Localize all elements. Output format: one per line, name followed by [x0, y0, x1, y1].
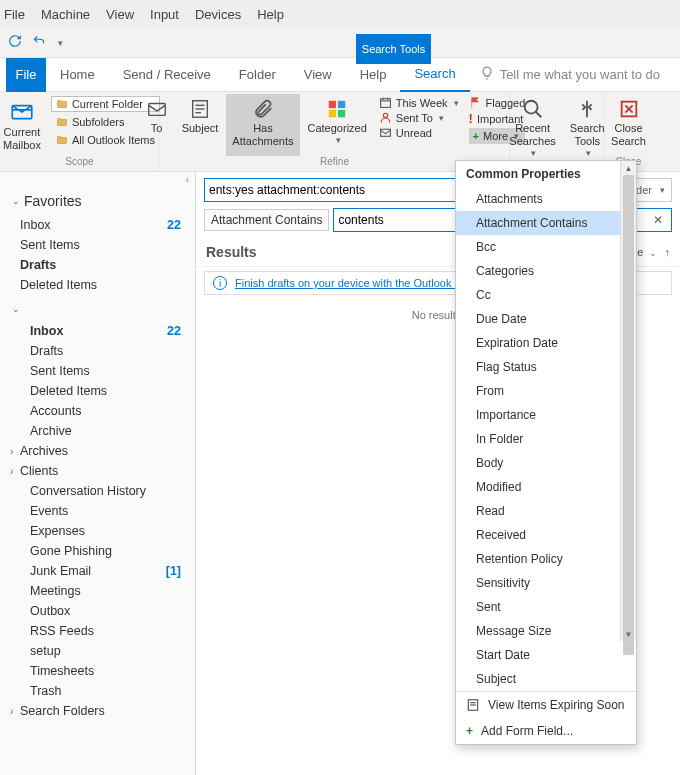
folder-timesheets[interactable]: Timesheets — [0, 661, 195, 681]
common-properties-header: Common Properties — [456, 161, 636, 187]
folder-clients[interactable]: ›Clients — [0, 461, 195, 481]
tell-me-input[interactable]: Tell me what you want to do — [500, 67, 660, 82]
more-item-importance[interactable]: Importance — [456, 403, 636, 427]
finish-drafts-link[interactable]: Finish drafts on your device with the Ou… — [235, 277, 473, 289]
folder-drafts[interactable]: Drafts — [0, 341, 195, 361]
qat-customize-icon[interactable]: ▾ — [58, 38, 63, 48]
tab-home[interactable]: Home — [46, 58, 109, 92]
scroll-thumb[interactable] — [623, 175, 634, 655]
more-item-in-folder[interactable]: In Folder — [456, 427, 636, 451]
more-item-message-size[interactable]: Message Size — [456, 619, 636, 643]
svg-rect-15 — [380, 129, 390, 136]
folder-deleted-items[interactable]: Deleted Items — [0, 381, 195, 401]
svg-rect-8 — [329, 110, 336, 117]
favorite-deleted-items[interactable]: Deleted Items — [0, 275, 195, 295]
unread-button[interactable]: Unread — [379, 126, 459, 139]
clear-filter-icon[interactable]: ✕ — [649, 213, 667, 227]
more-item-received[interactable]: Received — [456, 523, 636, 547]
collapse-nav-icon[interactable]: ‹ — [0, 172, 195, 187]
close-search-button[interactable]: Close Search — [605, 94, 652, 156]
sync-icon[interactable] — [8, 34, 22, 51]
favorite-drafts[interactable]: Drafts — [0, 255, 195, 275]
folder-gone-phishing[interactable]: Gone Phishing — [0, 541, 195, 561]
more-item-due-date[interactable]: Due Date — [456, 307, 636, 331]
scope-group-label: Scope — [65, 156, 93, 167]
more-item-categories[interactable]: Categories — [456, 259, 636, 283]
categorized-button[interactable]: Categorized▾ — [302, 94, 373, 156]
info-icon: i — [213, 276, 227, 290]
folder-junk-email[interactable]: Junk Email[1] — [0, 561, 195, 581]
sysmenu-help[interactable]: Help — [257, 7, 284, 22]
more-item-expiration-date[interactable]: Expiration Date — [456, 331, 636, 355]
favorite-sent-items[interactable]: Sent Items — [0, 235, 195, 255]
more-item-flag-status[interactable]: Flag Status — [456, 355, 636, 379]
refine-group-label: Refine — [320, 156, 349, 167]
sysmenu-devices[interactable]: Devices — [195, 7, 241, 22]
sysmenu-machine[interactable]: Machine — [41, 7, 90, 22]
more-item-sent[interactable]: Sent — [456, 595, 636, 619]
folder-events[interactable]: Events — [0, 501, 195, 521]
sysmenu-input[interactable]: Input — [150, 7, 179, 22]
svg-rect-10 — [380, 99, 390, 108]
folder-inbox[interactable]: Inbox22 — [0, 321, 195, 341]
more-item-attachment-contains[interactable]: Attachment Contains — [456, 211, 636, 235]
subject-button[interactable]: Subject — [176, 94, 225, 156]
folder-archives[interactable]: ›Archives — [0, 441, 195, 461]
more-item-cc[interactable]: Cc — [456, 283, 636, 307]
sort-direction-icon[interactable]: ↑ — [665, 246, 671, 258]
folder-expenses[interactable]: Expenses — [0, 521, 195, 541]
svg-rect-1 — [148, 104, 165, 116]
sysmenu-file[interactable]: File — [4, 7, 25, 22]
tab-view[interactable]: View — [290, 58, 346, 92]
search-tools-contextual-tab: Search Tools — [356, 34, 431, 64]
ribbon-tabs: File Home Send / Receive Folder View Hel… — [0, 58, 680, 92]
folder-archive[interactable]: Archive — [0, 421, 195, 441]
folder-meetings[interactable]: Meetings — [0, 581, 195, 601]
scroll-up-icon[interactable]: ▲ — [621, 161, 636, 175]
has-attachments-button[interactable]: Has Attachments — [226, 94, 299, 156]
folder-rss-feeds[interactable]: RSS Feeds — [0, 621, 195, 641]
more-item-start-date[interactable]: Start Date — [456, 643, 636, 667]
folder-sent-items[interactable]: Sent Items — [0, 361, 195, 381]
sent-to-button[interactable]: Sent To▾ — [379, 111, 459, 124]
favorites-header[interactable]: ⌄Favorites — [0, 187, 195, 215]
quick-access-toolbar: ▾ — [0, 28, 680, 58]
more-item-subject[interactable]: Subject — [456, 667, 636, 691]
lightbulb-icon — [480, 66, 494, 83]
dropdown-scrollbar[interactable]: ▲ ▼ — [620, 161, 636, 641]
to-button[interactable]: To — [140, 94, 174, 156]
more-item-sensitivity[interactable]: Sensitivity — [456, 571, 636, 595]
favorite-inbox[interactable]: Inbox22 — [0, 215, 195, 235]
account-header[interactable]: ⌄ — [0, 295, 195, 321]
folder-conversation-history[interactable]: Conversation History — [0, 481, 195, 501]
folder-search-folders[interactable]: ›Search Folders — [0, 701, 195, 721]
more-dropdown-panel: Common Properties AttachmentsAttachment … — [455, 160, 637, 745]
more-item-bcc[interactable]: Bcc — [456, 235, 636, 259]
tab-file[interactable]: File — [6, 58, 46, 92]
more-item-modified[interactable]: Modified — [456, 475, 636, 499]
folder-setup[interactable]: setup — [0, 641, 195, 661]
more-item-retention-policy[interactable]: Retention Policy — [456, 547, 636, 571]
svg-point-16 — [524, 101, 537, 114]
folder-accounts[interactable]: Accounts — [0, 401, 195, 421]
more-item-from[interactable]: From — [456, 379, 636, 403]
undo-icon[interactable] — [32, 34, 46, 51]
sysmenu-view[interactable]: View — [106, 7, 134, 22]
more-item-body[interactable]: Body — [456, 451, 636, 475]
current-mailbox-button[interactable]: Current Mailbox — [0, 94, 47, 156]
more-item-attachments[interactable]: Attachments — [456, 187, 636, 211]
results-title: Results — [206, 244, 257, 260]
add-form-field[interactable]: + Add Form Field... — [456, 718, 636, 744]
more-item-read[interactable]: Read — [456, 499, 636, 523]
svg-rect-7 — [338, 101, 345, 108]
recent-searches-button[interactable]: Recent Searches▾ — [503, 94, 561, 169]
this-week-button[interactable]: This Week▾ — [379, 96, 459, 109]
scroll-down-icon[interactable]: ▼ — [621, 627, 636, 641]
svg-rect-6 — [329, 101, 336, 108]
tab-send-receive[interactable]: Send / Receive — [109, 58, 225, 92]
folder-trash[interactable]: Trash — [0, 681, 195, 701]
svg-point-14 — [383, 113, 387, 117]
tab-folder[interactable]: Folder — [225, 58, 290, 92]
folder-outbox[interactable]: Outbox — [0, 601, 195, 621]
view-items-expiring-soon[interactable]: View Items Expiring Soon — [456, 692, 636, 718]
